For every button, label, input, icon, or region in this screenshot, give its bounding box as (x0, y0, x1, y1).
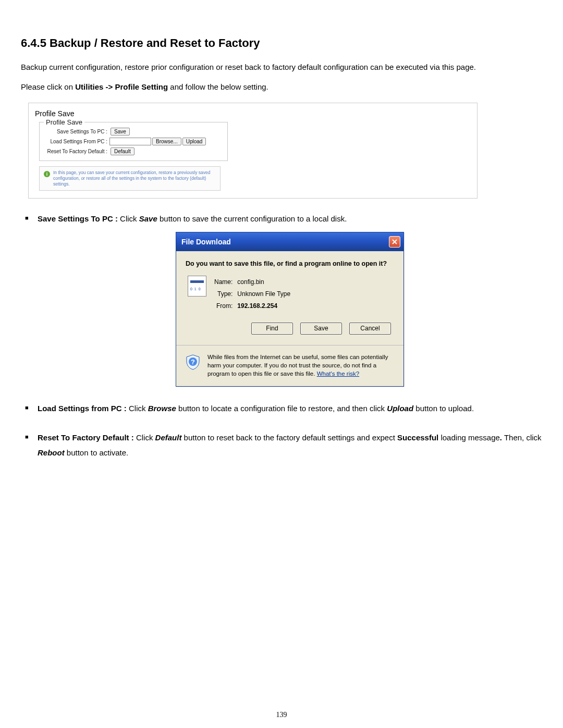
risk-link[interactable]: What's the risk? (317, 371, 359, 377)
upload-button[interactable]: Upload (182, 138, 206, 145)
meta-row-name: Name: config.bin (214, 277, 291, 288)
row-save-settings: Save Settings To PC : Save (45, 128, 222, 135)
dialog-buttons: Find Save Cancel (251, 323, 394, 335)
b1-c: Save (139, 214, 157, 223)
file-path-input[interactable] (109, 138, 151, 145)
file-download-dialog: File Download Do you want to save this f… (176, 232, 404, 387)
warning-text: While files from the Internet can be use… (207, 354, 388, 377)
section-heading: 6.4.5 Backup / Restore and Reset to Fact… (21, 36, 542, 50)
b3-a: Reset To Factory Default : (38, 433, 134, 442)
meta-name-value: config.bin (237, 277, 291, 288)
b3-h: Then, click (502, 433, 542, 442)
meta-type-value: Unknown File Type (237, 289, 291, 300)
row-reset-default: Reset To Factory Default : Default (45, 147, 222, 155)
label-reset-default: Reset To Factory Default : (45, 149, 109, 154)
file-icon (188, 276, 206, 297)
browse-button[interactable]: Browse... (152, 138, 181, 145)
svg-text:?: ? (191, 358, 195, 366)
label-load-from-pc: Load Settings From PC : (45, 139, 109, 144)
fieldset-legend: Profile Save (44, 118, 84, 126)
profile-save-fieldset: Profile Save Save Settings To PC : Save … (39, 122, 228, 161)
meta-from-label: From: (214, 301, 236, 312)
b2-b: Click (127, 404, 148, 413)
b1-d: button to save the current configuration… (157, 214, 347, 223)
meta-row-type: Type: Unknown File Type (214, 289, 291, 300)
dialog-body: Do you want to save this file, or find a… (176, 251, 403, 344)
info-text: In this page, you can save your current … (53, 170, 216, 187)
b3-j: button to activate. (65, 448, 129, 457)
b2-d: button to locate a configuration file to… (176, 404, 387, 413)
meta-row-from: From: 192.168.2.254 (214, 301, 291, 312)
page-number: 139 (0, 711, 563, 719)
bullet-load-settings: Load Settings from PC : Click Browse but… (38, 401, 542, 416)
row-load-settings: Load Settings From PC : Browse... Upload (45, 138, 222, 145)
dialog-title: File Download (181, 235, 231, 249)
nav-c: and follow the below setting. (168, 82, 268, 91)
nav-b: Utilities -> Profile Setting (75, 82, 168, 91)
b3-d: button to reset back to the factory defa… (181, 433, 397, 442)
dialog-prompt: Do you want to save this file, or find a… (186, 260, 394, 268)
b1-a: Save Settings To PC : (38, 214, 118, 223)
b3-c: Default (155, 433, 182, 442)
find-button[interactable]: Find (251, 323, 293, 335)
meta-name-label: Name: (214, 277, 236, 288)
close-icon[interactable] (389, 236, 400, 248)
label-save-to-pc: Save Settings To PC : (45, 129, 109, 134)
bullet-reset-default: Reset To Factory Default : Click Default… (38, 430, 542, 460)
cancel-button[interactable]: Cancel (349, 323, 391, 335)
meta-table: Name: config.bin Type: Unknown File Type… (213, 276, 292, 313)
shield-icon: ? (185, 354, 201, 371)
b2-c: Browse (148, 404, 176, 413)
panel-title: Profile Save (34, 107, 472, 122)
dialog-titlebar: File Download (176, 232, 403, 252)
bullet-save-settings: Save Settings To PC : Click Save button … (38, 212, 542, 387)
dialog-footer: ? While files from the Internet can be u… (176, 345, 403, 386)
b2-f: button to upload. (413, 404, 474, 413)
info-box: i In this page, you can save your curren… (39, 166, 221, 191)
b3-e: Successful (397, 433, 438, 442)
b2-e: Upload (387, 404, 413, 413)
nav-instruction: Please click on Utilities -> Profile Set… (21, 79, 542, 95)
intro-paragraph: Backup current configuration, restore pr… (21, 59, 542, 75)
meta-type-label: Type: (214, 289, 236, 300)
meta-from-value: 192.168.2.254 (237, 301, 291, 312)
profile-save-panel: Profile Save Profile Save Save Settings … (28, 103, 478, 199)
b3-i: Reboot (38, 448, 65, 457)
info-icon: i (44, 171, 50, 177)
b3-f: loading message (438, 433, 500, 442)
nav-a: Please click on (21, 82, 75, 91)
default-button[interactable]: Default (111, 147, 134, 155)
b1-b: Click (118, 214, 139, 223)
dlg-save-button[interactable]: Save (300, 323, 342, 335)
b2-a: Load Settings from PC : (38, 404, 127, 413)
b3-b: Click (134, 433, 155, 442)
dialog-warning: While files from the Internet can be use… (207, 353, 395, 378)
dialog-meta: Name: config.bin Type: Unknown File Type… (188, 276, 394, 313)
save-button[interactable]: Save (111, 128, 130, 135)
